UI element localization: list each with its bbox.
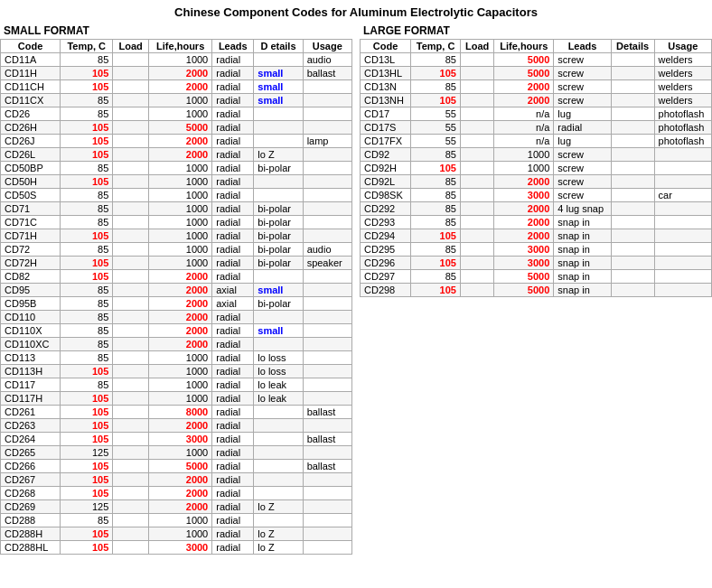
cell-details xyxy=(611,162,654,175)
cell-usage xyxy=(303,419,351,433)
cell-details: lo leak xyxy=(254,378,303,392)
cell-temp: 105 xyxy=(61,121,113,135)
cell-life: 1000 xyxy=(149,351,212,365)
table-row: CD98SK 85 3000 screw car xyxy=(361,189,712,202)
cell-leads: snap in xyxy=(554,243,611,257)
cell-leads: radial xyxy=(212,433,254,446)
cell-load xyxy=(113,162,149,175)
cell-leads: radial xyxy=(212,175,254,189)
cell-load xyxy=(113,460,149,473)
sf-col-temp: Temp, C xyxy=(61,40,113,53)
cell-code: CD13L xyxy=(361,53,411,67)
cell-load xyxy=(460,202,493,216)
cell-leads: radial xyxy=(212,67,254,80)
cell-usage xyxy=(654,284,711,297)
cell-temp: 105 xyxy=(61,460,113,473)
cell-life: 3000 xyxy=(494,257,554,270)
cell-leads: lug xyxy=(554,135,611,148)
sf-col-leads: Leads xyxy=(212,40,254,53)
table-row: CD11A 85 1000 radial audio xyxy=(1,53,352,67)
cell-life: 5000 xyxy=(149,121,212,135)
cell-life: 1000 xyxy=(149,527,212,541)
cell-life: 1000 xyxy=(149,189,212,202)
cell-usage xyxy=(303,527,351,541)
cell-load xyxy=(113,284,149,297)
cell-details xyxy=(254,175,303,189)
cell-leads: snap in xyxy=(554,257,611,270)
cell-leads: radial xyxy=(212,351,254,365)
table-row: CD71C 85 1000 radial bi-polar xyxy=(1,216,352,229)
cell-temp: 85 xyxy=(61,94,113,107)
cell-details xyxy=(254,189,303,202)
cell-code: CD268 xyxy=(1,487,61,500)
cell-code: CD264 xyxy=(1,433,61,446)
cell-code: CD17 xyxy=(361,107,411,121)
cell-life: 2000 xyxy=(494,229,554,243)
cell-temp: 85 xyxy=(411,148,461,162)
cell-details xyxy=(611,243,654,257)
table-row: CD95 85 2000 axial small xyxy=(1,284,352,297)
small-format-table: Code Temp, C Load Life,hours Leads D eta… xyxy=(0,39,352,555)
cell-temp: 105 xyxy=(411,67,461,80)
table-row: CD288 85 1000 radial xyxy=(1,514,352,527)
large-format-title: LARGE FORMAT xyxy=(360,23,712,39)
cell-details: lo Z xyxy=(254,148,303,162)
cell-life: 1000 xyxy=(494,162,554,175)
cell-life: 2000 xyxy=(149,473,212,487)
cell-life: 2000 xyxy=(494,216,554,229)
cell-leads: radial xyxy=(212,80,254,94)
cell-temp: 85 xyxy=(61,311,113,324)
table-row: CD110XC 85 2000 radial xyxy=(1,338,352,351)
cell-temp: 105 xyxy=(411,257,461,270)
cell-leads: snap in xyxy=(554,229,611,243)
cell-load xyxy=(460,243,493,257)
cell-usage xyxy=(654,162,711,175)
cell-temp: 85 xyxy=(61,107,113,121)
cell-leads: radial xyxy=(212,121,254,135)
cell-usage xyxy=(303,189,351,202)
cell-load xyxy=(113,446,149,460)
cell-life: 1000 xyxy=(149,216,212,229)
cell-details xyxy=(254,446,303,460)
cell-details xyxy=(611,94,654,107)
cell-leads: radial xyxy=(554,121,611,135)
cell-code: CD265 xyxy=(1,446,61,460)
cell-life: 8000 xyxy=(149,406,212,419)
table-row: CD50BP 85 1000 radial bi-polar xyxy=(1,162,352,175)
cell-details: lo Z xyxy=(254,541,303,555)
cell-code: CD288H xyxy=(1,527,61,541)
cell-leads: screw xyxy=(554,94,611,107)
cell-leads: 4 lug snap xyxy=(554,202,611,216)
cell-code: CD110XC xyxy=(1,338,61,351)
cell-leads: lug xyxy=(554,107,611,121)
cell-load xyxy=(113,189,149,202)
cell-life: 1000 xyxy=(494,148,554,162)
small-format-title: SMALL FORMAT xyxy=(0,23,352,39)
cell-load xyxy=(460,107,493,121)
cell-life: n/a xyxy=(494,121,554,135)
cell-load xyxy=(113,487,149,500)
cell-life: 1000 xyxy=(149,446,212,460)
cell-details: bi-polar xyxy=(254,257,303,270)
cell-details: bi-polar xyxy=(254,229,303,243)
cell-details xyxy=(611,216,654,229)
cell-details: small xyxy=(254,67,303,80)
cell-code: CD17S xyxy=(361,121,411,135)
cell-details xyxy=(611,229,654,243)
cell-code: CD92 xyxy=(361,148,411,162)
cell-code: CD50BP xyxy=(1,162,61,175)
cell-usage xyxy=(303,473,351,487)
cell-leads: radial xyxy=(212,229,254,243)
cell-code: CD292 xyxy=(361,202,411,216)
cell-load xyxy=(113,473,149,487)
cell-code: CD17FX xyxy=(361,135,411,148)
cell-details xyxy=(611,67,654,80)
cell-load xyxy=(460,216,493,229)
cell-temp: 105 xyxy=(411,284,461,297)
cell-code: CD92L xyxy=(361,175,411,189)
cell-temp: 125 xyxy=(61,446,113,460)
cell-temp: 105 xyxy=(61,419,113,433)
cell-load xyxy=(113,500,149,514)
page-title: Chinese Component Codes for Aluminum Ele… xyxy=(0,0,712,23)
cell-life: 5000 xyxy=(494,53,554,67)
